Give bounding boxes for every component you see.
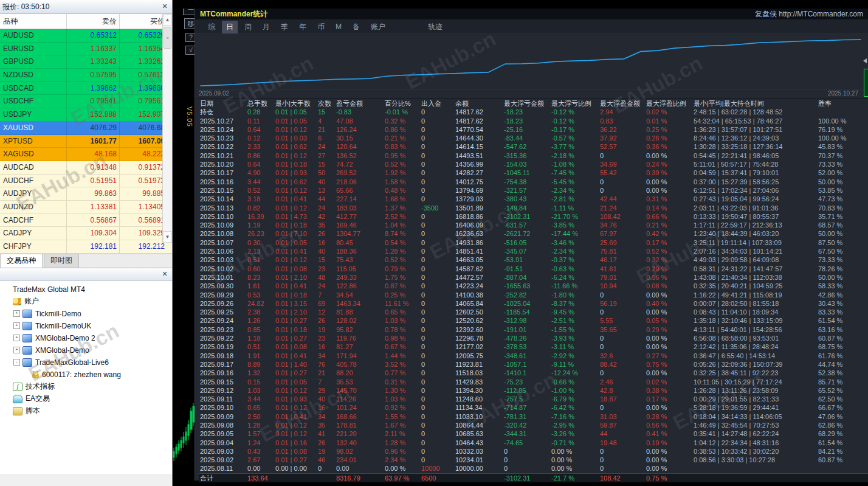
market-watch-row[interactable]: AUDNZD1.133811.13405 (0, 201, 172, 214)
stats-row[interactable]: 2025.10.091.190.01 | 0.1835169.461.04 %0… (199, 221, 868, 229)
expand-icon[interactable]: + (13, 310, 20, 317)
expand-icon[interactable]: + (13, 335, 20, 341)
menu-item-综[interactable]: 综 (204, 21, 219, 33)
menu-item-周[interactable]: 周 (240, 21, 256, 33)
stats-row[interactable]: 2025.10.030.510.01 | 0.121575.430.52 %01… (199, 255, 868, 264)
tree-item[interactable]: +Tickmill-Demo (0, 308, 172, 320)
stats-row[interactable]: 2025.10.270.110.01 | 0.05447.080.32 %014… (199, 117, 868, 125)
tree-item[interactable]: +XMGlobal-Demo 2 (0, 332, 172, 344)
stats-row[interactable]: 2025.10.163.440.01 | 0.6240218.061.58 %0… (199, 178, 868, 186)
close-icon[interactable]: ✕ (160, 2, 170, 11)
column-symbol[interactable]: 品种 (0, 14, 67, 29)
tree-item[interactable]: 账户 (0, 296, 172, 308)
stats-row[interactable]: 2025.09.190.510.01 | 0.081681.270.67 %01… (199, 342, 868, 351)
stats-row[interactable]: 2025.10.222.330.01 | 0.6224120.640.83 %0… (199, 142, 868, 151)
column-bid[interactable]: 卖价 (67, 14, 120, 29)
scrollbar-thumb[interactable]: ≡ (164, 27, 171, 49)
stats-row[interactable]: 2025.09.022.670.01 | 0.2746234.012.34 %0… (199, 456, 868, 464)
market-watch-row[interactable]: EURUSD1.163371.16354 (0, 43, 172, 56)
stats-row[interactable]: 2025.09.181.910.01 | 0.4134171.941.44 %0… (199, 352, 868, 360)
scroll-down-icon[interactable]: ▼ (163, 231, 172, 243)
stats-row[interactable]: 2025.10.150.520.01 | 0.121365.660.48 %01… (199, 186, 868, 195)
stats-row[interactable]: 2025.10.062.130.01 | 0.4140188.361.28 %0… (199, 247, 868, 255)
stats-row[interactable]: 2025.09.051.570.01 | 0.1241221.202.11 %0… (199, 429, 868, 438)
market-watch-row[interactable]: AUDUSD0.653120.65329 (0, 29, 172, 43)
stats-row[interactable]: 2025.10.230.120.01 | 0.03630.150.21 %014… (199, 134, 868, 142)
menu-item-月[interactable]: 月 (258, 21, 274, 33)
stats-row[interactable]: 2025.09.221.180.01 | 0.2723119.760.98 %0… (199, 334, 868, 342)
market-watch-row[interactable]: USDCAD1.398621.39880 (0, 82, 172, 95)
stats-row[interactable]: 2025.10.0826.230.01 | 7.10261304.778.74 … (199, 229, 868, 238)
menu-item-M[interactable]: M (331, 21, 346, 32)
menu-item-年[interactable]: 年 (295, 21, 311, 33)
tree-item[interactable]: 6000117: zhezhen wang (0, 369, 172, 381)
stats-row[interactable]: 2025.09.150.150.01 | 0.05735.530.31 %011… (199, 378, 868, 386)
stats-row[interactable]: 2025.10.200.640.01 | 0.181574.720.52 %01… (199, 160, 868, 168)
market-watch-row[interactable]: AUDCAD0.913480.91372 (0, 161, 172, 175)
stats-row[interactable]: 2025.10.020.600.01 | 0.0823115.050.79 %0… (199, 265, 868, 273)
stats-row[interactable]: 2025.09.081.280.01 | 0.1235178.811.67 %0… (199, 421, 868, 429)
stats-row[interactable]: 2025.09.301.610.01 | 0.4124122.860.87 %0… (199, 282, 868, 290)
tab-tick-chart[interactable]: 即时图 (44, 254, 79, 268)
close-icon[interactable]: ✕ (160, 270, 170, 279)
stats-row[interactable]: 2025.09.100.650.01 | 0.1216101.240.92 %0… (199, 403, 868, 412)
market-watch-row[interactable]: XAUUSD4076.294076.68 (0, 122, 172, 135)
market-watch-row[interactable]: AUDJPY99.86399.885 (0, 187, 172, 201)
stats-row[interactable]: 2025.09.178.890.01 | 1.4076405.783.52 %0… (199, 360, 868, 369)
stats-row[interactable]: 2025.10.143.180.01 | 0.4144227.141.68 %0… (199, 195, 868, 203)
stats-row[interactable]: 2025.08.110.000.00 | 0.0000.000.00 %1000… (199, 464, 868, 473)
scroll-up-icon[interactable]: ▲ (163, 14, 172, 26)
stats-row[interactable]: 2025.09.113.440.01 | 0.9340114.261.03 %0… (199, 395, 868, 403)
market-watch-row[interactable]: CHFJPY192.181192.212 (0, 240, 172, 254)
collapse-icon[interactable]: - (13, 359, 20, 366)
stats-row[interactable]: 2025.09.030.430.01 | 0.081998.020.96 %01… (199, 447, 868, 456)
menu-item-轨迹[interactable]: 轨迹 (424, 21, 447, 33)
column-ask[interactable]: 买价 (120, 14, 167, 29)
stats-row[interactable]: 2025.09.2624.820.01 | 3.15691463.3411.61… (199, 299, 868, 308)
market-watch-row[interactable]: CADJPY109.304109.329 (0, 227, 172, 240)
market-watch-scrollbar[interactable]: ▲ ≡ ▼ (162, 14, 172, 243)
menu-item-备[interactable]: 备 (348, 21, 364, 33)
stats-row[interactable]: 2025.09.241.260.01 | 0.2726128.021.03 %0… (199, 316, 868, 325)
stats-row[interactable]: 2025.10.240.640.01 | 0.1221126.240.86 %0… (199, 125, 868, 134)
market-watch-row[interactable]: USDJPY152.888152.907 (0, 108, 172, 122)
menu-item-币[interactable]: 币 (313, 21, 329, 33)
stats-row[interactable]: 2025.10.070.300.01 | 0.051680.450.54 %01… (199, 238, 868, 247)
stats-row[interactable]: 2025.09.290.530.01 | 0.18734.540.25 %014… (199, 291, 868, 299)
expand-icon[interactable]: + (13, 322, 20, 329)
stats-row[interactable]: 2025.10.018.230.01 | 2.1048249.331.75 %0… (199, 273, 868, 282)
menu-item-日[interactable]: 日 (222, 21, 238, 33)
tree-item[interactable]: EA交易 (0, 393, 172, 405)
tree-item[interactable]: 脚本 (0, 405, 172, 417)
stats-row[interactable]: 2025.09.161.320.01 | 0.272188.200.77 %01… (199, 369, 868, 377)
menu-item-季[interactable]: 季 (277, 21, 292, 33)
stats-row[interactable]: 持仓0.280.01 | 0.0515-0.83-0.01 %014817.62… (199, 108, 868, 116)
market-watch-row[interactable]: NZDUSD0.575950.57613 (0, 69, 172, 82)
brand-link[interactable]: 复盘侠 http://MTCommander.com (755, 9, 863, 19)
market-watch-row[interactable]: USDCHF0.795410.79561 (0, 95, 172, 108)
market-watch-row[interactable]: AUDCHF0.519510.51973 (0, 175, 172, 188)
stats-total-row[interactable]: 合计133.648316.7963.97 %6500-3102.31-21.7 … (199, 473, 868, 482)
stats-row[interactable]: 2025.09.252.380.01 | 2.101281.880.65 %01… (199, 308, 868, 316)
tree-item[interactable]: TradeMax Global MT4 (0, 283, 172, 296)
tree-item[interactable]: f技术指标 (0, 381, 172, 393)
menu-item-账户[interactable]: 账户 (367, 21, 390, 33)
stats-row[interactable]: 2025.09.230.850.01 | 0.181995.820.78 %01… (199, 325, 868, 334)
bid-price: 0.56867 (67, 214, 120, 227)
stats-row[interactable]: 2025.10.210.860.01 | 0.1227136.520.95 %0… (199, 151, 868, 160)
market-watch-row[interactable]: GBPUSD1.332431.33261 (0, 55, 172, 69)
tree-item[interactable]: +XMGlobal-Demo (0, 344, 172, 356)
stats-row[interactable]: 2025.10.1016.390.01 | 4.7342412.772.52 %… (199, 212, 868, 221)
tree-item[interactable]: -TradeMaxGlobal-Live6 (0, 356, 172, 369)
tab-symbols[interactable]: 交易品种 (0, 254, 43, 268)
stats-row[interactable]: 2025.09.041.240.01 | 0.1626132.401.28 %0… (199, 439, 868, 447)
stats-row[interactable]: 2025.10.130.820.01 | 0.1224183.031.37 %-… (199, 204, 868, 212)
stats-row[interactable]: 2025.09.092.500.01 | 0.4134168.661.55 %0… (199, 412, 868, 421)
stats-row[interactable]: 2025.09.121.030.01 | 0.1229145.701.30 %0… (199, 386, 868, 395)
stats-row[interactable]: 2025.10.174.900.01 | 0.9350269.521.92 %0… (199, 168, 868, 177)
tree-item[interactable]: +Tickmill-DemoUK (0, 320, 172, 332)
market-watch-row[interactable]: CADCHF0.568670.56891 (0, 214, 172, 227)
market-watch-row[interactable]: XAGUSD48.16848.223 (0, 148, 172, 161)
expand-icon[interactable]: + (13, 347, 20, 353)
market-watch-row[interactable]: XPTUSD1601.771607.09 (0, 135, 172, 148)
